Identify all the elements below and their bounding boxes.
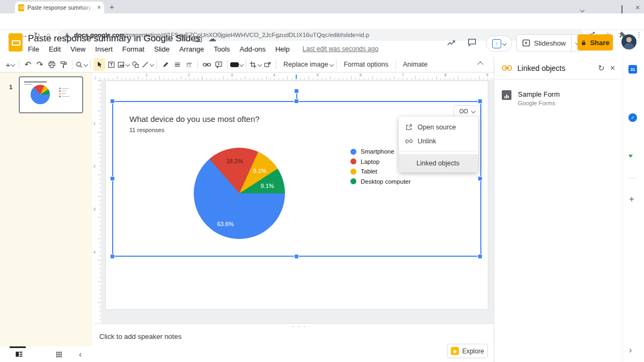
format-options-button[interactable]: Format options	[339, 58, 392, 71]
print-button[interactable]	[46, 58, 57, 71]
share-button[interactable]: Share	[577, 34, 613, 50]
notes-resize-handle[interactable]: · · ·	[292, 323, 306, 330]
unlink-icon	[405, 137, 413, 145]
resize-handle-nw[interactable]	[111, 99, 114, 103]
last-edit-link[interactable]: Last edit was seconds ago	[303, 45, 378, 53]
reset-image-button[interactable]	[261, 58, 273, 71]
refresh-icon[interactable]: ↻	[598, 64, 605, 72]
account-avatar[interactable]	[621, 34, 636, 49]
resize-handle-w[interactable]	[111, 177, 114, 180]
activity-trend-icon[interactable]	[447, 38, 456, 47]
expand-panel-icon[interactable]: ›	[629, 346, 632, 354]
present-caret-icon[interactable]	[502, 41, 507, 46]
collapse-filmstrip-icon[interactable]: ‹	[79, 350, 82, 359]
tab-close-icon[interactable]: ×	[97, 4, 101, 11]
menu-help[interactable]: Help	[275, 45, 290, 53]
slides-favicon-icon	[18, 4, 24, 11]
saved-cloud-icon[interactable]: ☁	[208, 34, 216, 42]
animate-button[interactable]: Animate	[399, 58, 432, 71]
insert-link-button[interactable]	[201, 58, 213, 71]
get-addons-icon[interactable]: +	[629, 194, 634, 204]
resize-handle-ne[interactable]	[478, 99, 482, 103]
doc-title[interactable]: Paste response summary in Google Slides	[28, 33, 200, 44]
present-button[interactable]: ↑	[486, 35, 512, 52]
insert-image-button[interactable]	[117, 58, 129, 71]
calendar-icon[interactable]: 31	[628, 65, 637, 74]
mask-image-icon	[230, 62, 239, 67]
browser-menu-icon[interactable]: ⋮	[635, 31, 642, 38]
text-box-button[interactable]	[105, 58, 117, 71]
resize-handle-se[interactable]	[478, 255, 482, 258]
link-icon	[459, 108, 468, 114]
zoom-caret-icon	[84, 62, 88, 67]
crop-image-button[interactable]	[249, 58, 261, 71]
thumbnail-pie-chart	[31, 85, 50, 104]
tasks-icon[interactable]: ✓	[628, 113, 637, 122]
thumb-legend-dot	[59, 93, 61, 95]
toolbar: + ↶ ↷ Replace image Format options Anima…	[0, 57, 494, 73]
notes-placeholder[interactable]: Click to add speaker notes	[99, 332, 181, 341]
menu-edit[interactable]: Edit	[49, 45, 61, 53]
rotate-handle[interactable]	[295, 89, 298, 93]
restore-button[interactable]	[621, 6, 623, 13]
slideshow-button[interactable]: Slideshow	[516, 34, 584, 52]
border-weight-button[interactable]	[171, 58, 183, 71]
menu-item-unlink[interactable]: Unlink	[399, 134, 478, 148]
comment-history-icon[interactable]	[467, 38, 477, 47]
linked-chart-menu: Open source Unlink Linked objects	[399, 117, 478, 172]
border-dash-button[interactable]	[183, 58, 195, 71]
share-label: Share	[590, 39, 609, 47]
redo-button[interactable]: ↷	[34, 58, 46, 71]
resize-handle-sw[interactable]	[111, 255, 114, 258]
panel-title: Linked objects	[517, 64, 592, 73]
zoom-button[interactable]	[75, 58, 87, 71]
panel-close-icon[interactable]: ×	[610, 64, 615, 73]
grid-view-icon[interactable]	[55, 351, 63, 358]
move-to-folder-icon[interactable]	[194, 35, 202, 42]
mask-image-button[interactable]	[230, 58, 243, 71]
new-slide-button[interactable]: +	[4, 58, 16, 71]
ruler-selection-marker	[296, 75, 297, 79]
chart-file-icon	[502, 90, 511, 100]
insert-line-button[interactable]	[141, 58, 153, 71]
star-document-icon[interactable]: ☆	[181, 34, 188, 42]
linked-object-item[interactable]: Sample Form Google Forms	[494, 79, 623, 106]
insert-shape-button[interactable]	[129, 58, 141, 71]
paint-format-button[interactable]	[57, 58, 69, 71]
slides-logo[interactable]	[9, 33, 23, 52]
resize-handle-e[interactable]	[478, 177, 482, 180]
menu-item-open-source[interactable]: Open source	[399, 120, 478, 134]
side-apps-strip	[623, 57, 644, 362]
new-tab-button[interactable]: +	[109, 3, 114, 11]
linked-item-title: Sample Form	[518, 90, 560, 98]
menu-tools[interactable]: Tools	[214, 45, 230, 53]
browser-tab[interactable]: Paste response summary in Goo ×	[15, 2, 104, 13]
menu-insert[interactable]: Insert	[95, 45, 113, 53]
add-comment-button[interactable]	[213, 58, 224, 71]
explore-button[interactable]: ◆ Explore	[447, 344, 488, 358]
menu-slide[interactable]: Slide	[154, 45, 170, 53]
resize-handle-n[interactable]	[295, 99, 298, 103]
slide-canvas[interactable]: What device do you use most often? 11 re…	[101, 79, 494, 323]
resize-handle-s[interactable]	[295, 255, 298, 258]
menu-file[interactable]: File	[28, 45, 39, 53]
select-tool-button[interactable]	[93, 58, 105, 71]
vertical-ruler: 1 2 3 4	[92, 79, 101, 323]
replace-image-button[interactable]: Replace image	[279, 58, 333, 71]
linked-chart-chip[interactable]	[453, 105, 480, 117]
filmstrip-view-icon[interactable]	[15, 350, 23, 358]
border-color-button[interactable]	[159, 58, 171, 71]
maps-icon[interactable]	[628, 158, 633, 167]
chip-caret-icon[interactable]	[471, 109, 475, 113]
menu-format[interactable]: Format	[122, 45, 144, 53]
menu-addons[interactable]: Add-ons	[240, 45, 266, 53]
close-window-button[interactable]: ×	[635, 3, 640, 12]
menu-item-linked-objects[interactable]: Linked objects	[399, 154, 478, 172]
undo-button[interactable]: ↶	[22, 58, 34, 71]
slide-thumbnail[interactable]	[19, 76, 83, 113]
menu-arrange[interactable]: Arrange	[179, 45, 204, 53]
menu-view[interactable]: View	[70, 45, 85, 53]
collapse-toolbar-button[interactable]	[474, 58, 486, 71]
url-bar: ← → ↻ ⌂ docs.google.com/presentation/d/1…	[0, 13, 644, 30]
tab-search-icon[interactable]	[581, 6, 584, 13]
